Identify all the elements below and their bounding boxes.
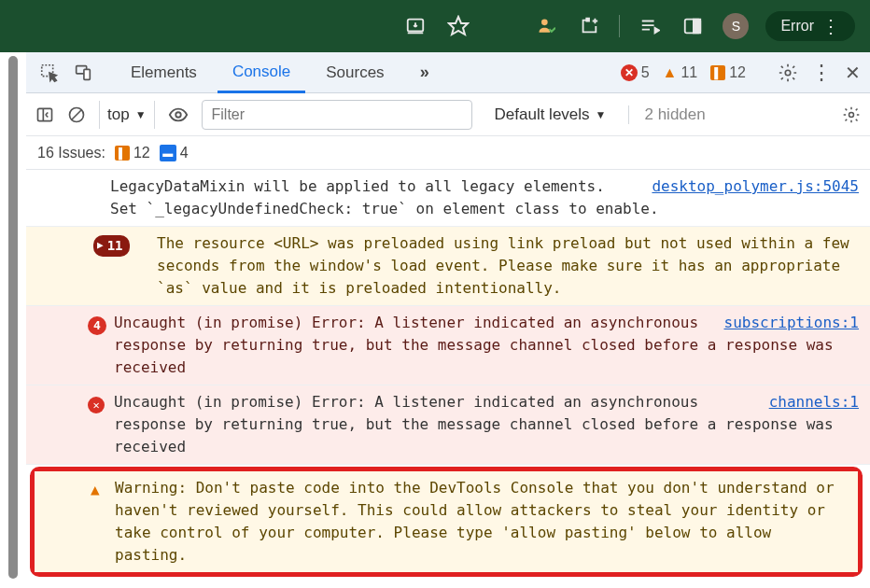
issue-chat-icon: ▬ <box>160 145 176 161</box>
browser-toolbar: S Error ⋮ <box>0 0 870 52</box>
paste-warning-highlight: ▲ Warning: Don't paste code into the Dev… <box>30 467 863 577</box>
log-count-badge: ▶11 <box>93 232 130 257</box>
info-count[interactable]: ▌ 12 <box>710 64 746 81</box>
log-entry[interactable]: 4 subscriptions:1 Uncaught (in promise) … <box>26 306 870 385</box>
svg-rect-7 <box>84 69 90 79</box>
log-entry[interactable]: ▲ Warning: Don't paste code into the Dev… <box>35 471 858 572</box>
star-icon[interactable] <box>445 13 471 39</box>
settings-icon[interactable] <box>778 63 798 83</box>
source-link[interactable]: channels:1 <box>769 391 859 413</box>
tab-sources[interactable]: Sources <box>311 54 399 91</box>
console-log-area: desktop_polymer.js:5045 LegacyDataMixin … <box>26 170 870 588</box>
live-expression-icon[interactable] <box>168 105 189 125</box>
device-toggle-icon[interactable] <box>69 59 97 87</box>
info-flag-icon: ▌ <box>710 65 725 80</box>
log-text: Uncaught (in promise) Error: A listener … <box>114 393 834 455</box>
svg-marker-1 <box>449 17 468 35</box>
toolbar-divider <box>619 15 620 37</box>
console-filter-bar: top ▼ Default levels ▼ 2 hidden <box>26 93 870 136</box>
levels-label: Default levels <box>495 105 590 124</box>
log-entry[interactable]: ▶11 The resource <URL> was preloaded usi… <box>26 227 870 306</box>
log-text: The resource <URL> was preloaded using l… <box>157 234 849 297</box>
error-pill[interactable]: Error ⋮ <box>765 11 855 41</box>
chevron-down-icon: ▼ <box>135 108 147 121</box>
svg-point-11 <box>175 112 181 118</box>
issues-bar[interactable]: 16 Issues: ▌ 12 ▬ 4 <box>26 136 870 170</box>
svg-point-2 <box>541 20 548 26</box>
source-link[interactable]: subscriptions:1 <box>724 312 860 334</box>
menu-dots-icon: ⋮ <box>821 17 840 35</box>
source-link[interactable]: desktop_polymer.js:5045 <box>652 175 859 198</box>
sidebar-toggle-icon[interactable] <box>35 105 54 124</box>
tab-console[interactable]: Console <box>218 53 305 93</box>
close-icon[interactable]: ✕ <box>845 63 861 82</box>
devtools-main: Elements Console Sources » ✕ 5 ▲ 11 ▌ 12 <box>26 52 870 588</box>
error-count-badge: 4 <box>88 314 106 336</box>
log-text: Warning: Don't paste code into the DevTo… <box>115 479 835 564</box>
install-icon[interactable] <box>402 13 428 39</box>
svg-rect-9 <box>38 108 52 120</box>
svg-point-8 <box>785 70 791 76</box>
log-text: LegacyDataMixin will be applied to all l… <box>110 177 659 217</box>
console-settings-icon[interactable] <box>842 105 861 124</box>
scrollbar-gutter <box>0 52 26 588</box>
warning-triangle-icon: ▲ <box>91 479 100 501</box>
inspect-element-icon[interactable] <box>35 59 63 87</box>
issue-flag-icon: ▌ <box>115 146 130 161</box>
error-x-icon: ✕ <box>88 393 105 415</box>
clear-console-icon[interactable] <box>67 105 86 124</box>
tab-more[interactable]: » <box>405 53 444 91</box>
levels-selector[interactable]: Default levels ▼ <box>485 105 616 124</box>
context-label: top <box>107 105 130 124</box>
devtools-panel: Elements Console Sources » ✕ 5 ▲ 11 ▌ 12 <box>0 52 870 588</box>
svg-point-12 <box>849 112 854 117</box>
warning-count[interactable]: ▲ 11 <box>663 64 698 81</box>
issues-label: 16 Issues: <box>37 145 105 161</box>
warning-icon: ▲ <box>663 64 678 81</box>
error-icon: ✕ <box>621 64 638 81</box>
log-entry[interactable]: ✕ channels:1 Uncaught (in promise) Error… <box>26 385 870 465</box>
kebab-menu-icon[interactable]: ⋮ <box>811 63 832 83</box>
tab-elements[interactable]: Elements <box>116 54 212 91</box>
error-count[interactable]: ✕ 5 <box>621 64 650 81</box>
error-pill-label: Error <box>780 18 814 35</box>
hidden-count[interactable]: 2 hidden <box>628 105 705 124</box>
context-selector[interactable]: top ▼ <box>99 101 155 129</box>
error-count-value: 5 <box>641 64 650 81</box>
warning-count-value: 11 <box>681 64 697 81</box>
devtools-tab-bar: Elements Console Sources » ✕ 5 ▲ 11 ▌ 12 <box>26 52 870 93</box>
svg-rect-4 <box>694 20 700 34</box>
chevron-down-icon: ▼ <box>596 108 607 121</box>
filter-input[interactable] <box>202 100 472 130</box>
extensions-icon[interactable] <box>576 13 602 39</box>
scrollbar-thumb[interactable] <box>8 56 18 579</box>
profile-icon[interactable] <box>533 13 559 39</box>
sidepanel-icon[interactable] <box>680 13 706 39</box>
info-count-value: 12 <box>729 64 746 81</box>
playlist-icon[interactable] <box>637 13 663 39</box>
issue-flag-count: 12 <box>133 145 150 161</box>
issue-chat-count: 4 <box>180 145 189 161</box>
log-entry[interactable]: desktop_polymer.js:5045 LegacyDataMixin … <box>26 170 870 227</box>
avatar[interactable]: S <box>723 13 749 39</box>
